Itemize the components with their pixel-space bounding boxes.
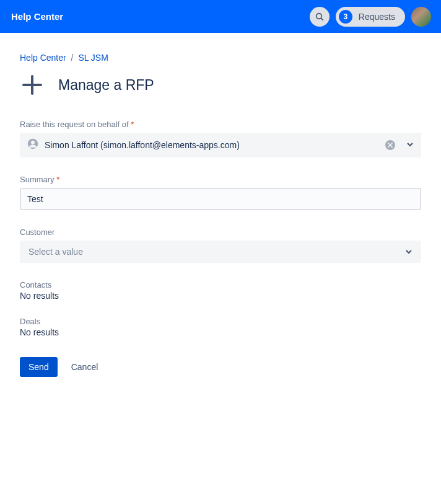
summary-label: Summary * — [20, 175, 421, 184]
behalf-value: Simon Laffont (simon.laffont@elements-ap… — [45, 140, 379, 150]
deals-label: Deals — [20, 317, 421, 326]
chevron-down-icon — [406, 141, 414, 148]
avatar[interactable] — [411, 7, 431, 27]
behalf-clear-button[interactable] — [385, 140, 395, 150]
svg-line-1 — [321, 18, 323, 20]
send-button[interactable]: Send — [20, 357, 58, 377]
field-customer: Customer Select a value — [20, 228, 421, 263]
behalf-select[interactable]: Simon Laffont (simon.laffont@elements-ap… — [20, 133, 421, 157]
deals-value: No results — [20, 327, 421, 337]
customer-select[interactable]: Select a value — [20, 241, 421, 263]
footer: Powered by Jira Service Management — [0, 482, 441, 504]
summary-input[interactable] — [20, 188, 421, 210]
page-title: Manage a RFP — [58, 77, 154, 94]
breadcrumb-root-link[interactable]: Help Center — [20, 53, 66, 63]
field-behalf: Raise this request on behalf of * Simon … — [20, 120, 421, 157]
header-title[interactable]: Help Center — [11, 11, 63, 22]
contacts-label: Contacts — [20, 280, 421, 290]
close-icon — [388, 143, 393, 148]
section-contacts: Contacts No results — [20, 280, 421, 301]
section-deals: Deals No results — [20, 317, 421, 337]
chevron-down-icon — [405, 248, 413, 255]
search-icon — [315, 12, 325, 22]
title-row: Manage a RFP — [20, 73, 421, 97]
breadcrumb-separator: / — [71, 53, 74, 63]
customer-placeholder: Select a value — [28, 247, 83, 257]
search-button[interactable] — [310, 7, 330, 27]
plus-icon — [21, 74, 43, 96]
breadcrumb: Help Center / SL JSM — [20, 53, 421, 63]
requests-button[interactable]: 3 Requests — [336, 7, 405, 27]
requests-label: Requests — [359, 12, 395, 22]
behalf-chevron[interactable] — [406, 139, 414, 151]
svg-point-5 — [31, 141, 35, 144]
behalf-label: Raise this request on behalf of * — [20, 120, 421, 129]
cancel-button[interactable]: Cancel — [71, 362, 98, 372]
customer-label: Customer — [20, 228, 421, 237]
request-type-icon — [20, 73, 45, 97]
form-actions: Send Cancel — [20, 357, 421, 377]
person-icon — [27, 138, 38, 152]
top-header: Help Center 3 Requests — [0, 0, 441, 33]
requests-count-badge: 3 — [339, 10, 352, 24]
contacts-value: No results — [20, 291, 421, 301]
breadcrumb-project-link[interactable]: SL JSM — [78, 53, 108, 63]
field-summary: Summary * — [20, 175, 421, 210]
main-content: Help Center / SL JSM Manage a RFP Raise … — [0, 33, 441, 402]
header-actions: 3 Requests — [310, 7, 431, 27]
